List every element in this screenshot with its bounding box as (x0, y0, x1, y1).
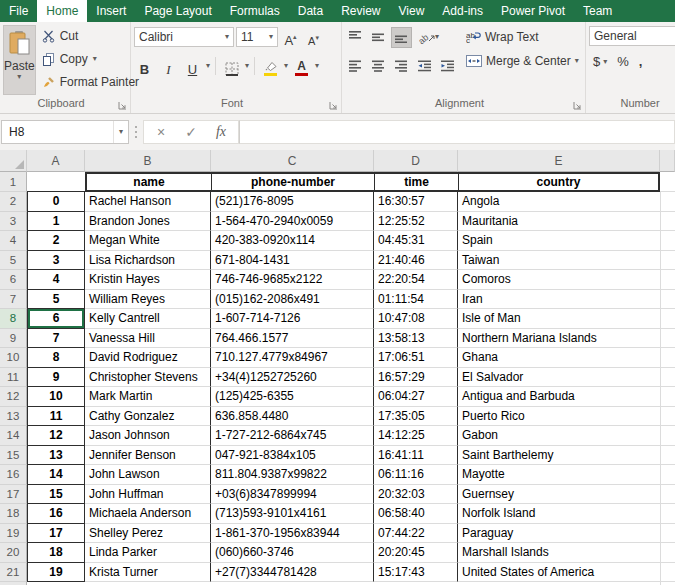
cell-country[interactable]: Mayotte (458, 465, 660, 485)
cell-name[interactable]: Shelley Perez (85, 524, 211, 544)
cell-country[interactable]: Norfolk Island (458, 504, 660, 524)
cell-name[interactable]: Cathy Gonzalez (85, 407, 211, 427)
tab-insert[interactable]: Insert (87, 0, 135, 22)
cell-country[interactable]: Mauritania (458, 212, 660, 232)
format-painter-button[interactable]: Format Painter (40, 72, 141, 92)
align-left-button[interactable] (345, 56, 366, 77)
cell-country[interactable]: Ghana (458, 348, 660, 368)
accounting-format-button[interactable]: $ ▾ (593, 54, 607, 69)
cell-name[interactable]: Rachel Hanson (85, 192, 211, 212)
font-color-button[interactable]: A (291, 56, 312, 76)
percent-style-button[interactable]: % (617, 54, 629, 69)
underline-button[interactable]: U (182, 56, 203, 76)
tab-view[interactable]: View (390, 0, 434, 22)
cell-time[interactable]: 16:41:11 (374, 446, 458, 466)
fill-color-button[interactable] (260, 56, 281, 76)
font-color-dropdown-icon[interactable]: ▾ (315, 62, 319, 70)
paste-button[interactable]: Paste ▾ (3, 25, 36, 95)
borders-button[interactable] (221, 56, 242, 76)
row-header-14[interactable]: 14 (0, 426, 27, 446)
cell-index[interactable]: 11 (27, 407, 85, 427)
row-header-21[interactable]: 21 (0, 563, 27, 583)
row-header-9[interactable]: 9 (0, 329, 27, 349)
font-size-combo[interactable]: 11 ▾ (236, 27, 278, 47)
row-header-7[interactable]: 7 (0, 290, 27, 310)
cell-country[interactable]: Isle of Man (458, 309, 660, 329)
borders-dropdown-icon[interactable]: ▾ (245, 62, 249, 70)
cell-time[interactable]: 16:30:57 (374, 192, 458, 212)
row-header-6[interactable]: 6 (0, 270, 27, 290)
align-bottom-button[interactable] (391, 27, 412, 48)
bold-button[interactable]: B (134, 56, 155, 76)
name-box-dropdown-icon[interactable]: ▾ (113, 121, 128, 143)
merge-center-dropdown-icon[interactable]: ▾ (575, 57, 579, 65)
clipboard-dialog-launcher-icon[interactable] (118, 101, 127, 110)
tab-review[interactable]: Review (332, 0, 389, 22)
cell-country[interactable]: Paraguay (458, 524, 660, 544)
cell-time[interactable]: 22:20:54 (374, 270, 458, 290)
formula-input[interactable] (239, 120, 675, 144)
cell-name[interactable]: Kristin Hayes (85, 270, 211, 290)
enter-icon[interactable]: ✓ (176, 124, 206, 140)
cell-time[interactable]: 17:06:51 (374, 348, 458, 368)
cell-name[interactable]: Mark Martin (85, 387, 211, 407)
cell-phone-number[interactable]: 1-727-212-6864x745 (211, 426, 374, 446)
row-header-11[interactable]: 11 (0, 368, 27, 388)
tab-add-ins[interactable]: Add-ins (433, 0, 492, 22)
tab-data[interactable]: Data (289, 0, 332, 22)
cell-phone-number[interactable]: 1-861-370-1956x83944 (211, 524, 374, 544)
cell-index[interactable]: 13 (27, 446, 85, 466)
cell-phone-number[interactable]: +03(6)8347899994 (211, 485, 374, 505)
cell-name[interactable]: John Huffman (85, 485, 211, 505)
cell-phone-number[interactable]: (060)660-3746 (211, 543, 374, 563)
cell-index[interactable]: 4 (27, 270, 85, 290)
cell-phone-number[interactable]: 746-746-9685x2122 (211, 270, 374, 290)
tab-home[interactable]: Home (37, 0, 87, 22)
tab-power-pivot[interactable]: Power Pivot (492, 0, 574, 22)
column-header-a[interactable]: A (27, 150, 85, 172)
cell-name[interactable]: Brandon Jones (85, 212, 211, 232)
cell-index[interactable]: 0 (27, 192, 85, 212)
cell-time[interactable]: 13:58:13 (374, 329, 458, 349)
cell-index[interactable]: 14 (27, 465, 85, 485)
row-header-16[interactable]: 16 (0, 465, 27, 485)
cell-a1[interactable] (27, 172, 85, 192)
comma-style-button[interactable]: , (639, 54, 643, 69)
row-header-3[interactable]: 3 (0, 212, 27, 232)
cell-time[interactable]: 12:25:52 (374, 212, 458, 232)
column-header-c[interactable]: C (211, 150, 374, 172)
cell-name[interactable]: William Reyes (85, 290, 211, 310)
cell-time[interactable]: 15:17:43 (374, 563, 458, 583)
align-center-button[interactable] (368, 56, 389, 77)
cell-phone-number[interactable]: 710.127.4779x84967 (211, 348, 374, 368)
row-header-8[interactable]: 8 (0, 309, 27, 329)
cell-name[interactable]: Krista Turner (85, 563, 211, 583)
cell-country[interactable]: Iran (458, 290, 660, 310)
cell-country[interactable]: United States of America (458, 563, 660, 583)
font-name-combo[interactable]: Calibri ▾ (134, 27, 234, 47)
column-header-e[interactable]: E (458, 150, 660, 172)
cell-time[interactable]: 06:11:16 (374, 465, 458, 485)
cell-phone-number[interactable]: +34(4)1252725260 (211, 368, 374, 388)
cell-time[interactable]: 06:58:40 (374, 504, 458, 524)
cell-country[interactable]: Angola (458, 192, 660, 212)
cell-time[interactable]: 16:57:29 (374, 368, 458, 388)
grow-font-button[interactable]: A▴ (280, 27, 301, 47)
header-cell-time[interactable]: time (374, 172, 458, 192)
cell-phone-number[interactable]: 764.466.1577 (211, 329, 374, 349)
cell-phone-number[interactable]: (521)176-8095 (211, 192, 374, 212)
cell-index[interactable]: 18 (27, 543, 85, 563)
tab-formulas[interactable]: Formulas (221, 0, 289, 22)
cell-phone-number[interactable]: 1-607-714-7126 (211, 309, 374, 329)
cell-country[interactable]: Guernsey (458, 485, 660, 505)
underline-dropdown-icon[interactable]: ▾ (206, 62, 210, 70)
cell-name[interactable]: Michaela Anderson (85, 504, 211, 524)
paste-dropdown-icon[interactable]: ▾ (17, 73, 21, 81)
cell-time[interactable]: 01:11:54 (374, 290, 458, 310)
cell-country[interactable]: Comoros (458, 270, 660, 290)
align-right-button[interactable] (391, 56, 412, 77)
header-cell-name[interactable]: name (85, 172, 211, 192)
cell-time[interactable]: 06:04:27 (374, 387, 458, 407)
cell-index[interactable]: 5 (27, 290, 85, 310)
tab-page-layout[interactable]: Page Layout (135, 0, 220, 22)
